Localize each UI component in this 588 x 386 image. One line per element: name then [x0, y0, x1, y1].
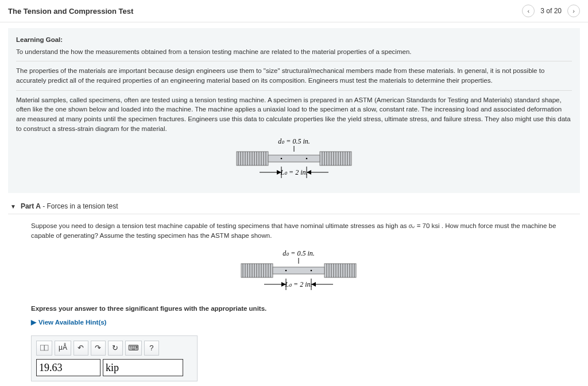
next-button[interactable]: › — [567, 5, 580, 17]
learning-goal-panel: Learning Goal: To understand the how the… — [8, 28, 580, 193]
redo-button[interactable]: ↷ — [91, 341, 106, 356]
part-a-body: Suppose you need to design a tension tes… — [8, 214, 580, 384]
learning-goal-intro: To understand the how the measurements o… — [16, 47, 572, 57]
page-title: The Tension and Compression Test — [8, 7, 133, 16]
question-text: Suppose you need to design a tension tes… — [31, 221, 566, 240]
fig-L0-label: L₀ = 2 in. — [280, 168, 307, 176]
svg-point-69 — [285, 269, 287, 271]
templates-button[interactable]: ⎕⎕ — [36, 341, 52, 356]
part-a-header[interactable]: ▼ Part A - Forces in a tension test — [8, 199, 580, 214]
divider — [16, 61, 572, 61]
view-hints-link[interactable]: ▶ View Available Hint(s) — [31, 318, 566, 327]
specimen-figure-2: d₀ = 0.5 in. L₀ = 2 in. — [31, 246, 566, 296]
answer-value-input[interactable] — [36, 359, 100, 376]
fig-d0-label: d₀ = 0.5 in. — [278, 138, 310, 145]
units-button[interactable]: μÅ — [55, 341, 71, 356]
svg-rect-42 — [273, 267, 324, 274]
keyboard-button[interactable]: ⌨ — [125, 341, 142, 356]
express-instruction: Express your answer to three significant… — [31, 304, 566, 314]
caret-right-icon: ▶ — [31, 318, 36, 327]
page-counter: 3 of 20 — [538, 7, 564, 15]
goal-paragraph-1: The properties of the materials are impo… — [16, 66, 572, 85]
help-button[interactable]: ? — [144, 341, 159, 356]
svg-rect-3 — [268, 155, 320, 162]
part-a: ▼ Part A - Forces in a tension test Supp… — [8, 199, 580, 384]
part-a-label: Part A - Forces in a tension test — [21, 202, 118, 210]
caret-down-icon: ▼ — [10, 203, 16, 210]
answer-toolbar: ⎕⎕ μÅ ↶ ↷ ↻ ⌨ ? — [36, 341, 192, 356]
specimen-svg-2: d₀ = 0.5 in. L₀ = 2 in. — [224, 250, 373, 295]
undo-button[interactable]: ↶ — [74, 341, 88, 356]
page-nav: ‹ 3 of 20 › — [522, 5, 580, 17]
specimen-svg: d₀ = 0.5 in. L₀ = 2 in. — [219, 138, 369, 183]
answer-unit-input[interactable] — [103, 359, 183, 376]
hints-label: View Available Hint(s) — [38, 318, 106, 327]
svg-text:d₀ = 0.5 in.: d₀ = 0.5 in. — [283, 250, 314, 257]
answer-box: ⎕⎕ μÅ ↶ ↷ ↻ ⌨ ? — [31, 335, 198, 381]
svg-text:L₀ = 2 in.: L₀ = 2 in. — [284, 280, 312, 288]
svg-point-30 — [281, 158, 283, 160]
divider — [16, 90, 572, 91]
specimen-figure: d₀ = 0.5 in. L₀ = 2 in. — [16, 134, 572, 184]
learning-goal-heading: Learning Goal: — [16, 35, 572, 45]
page-header: The Tension and Compression Test ‹ 3 of … — [0, 0, 588, 22]
goal-paragraph-2: Material samples, called specimens, ofte… — [16, 95, 572, 134]
reset-button[interactable]: ↻ — [108, 341, 123, 356]
svg-point-70 — [311, 269, 312, 271]
svg-point-31 — [306, 158, 308, 160]
prev-button[interactable]: ‹ — [522, 5, 535, 17]
